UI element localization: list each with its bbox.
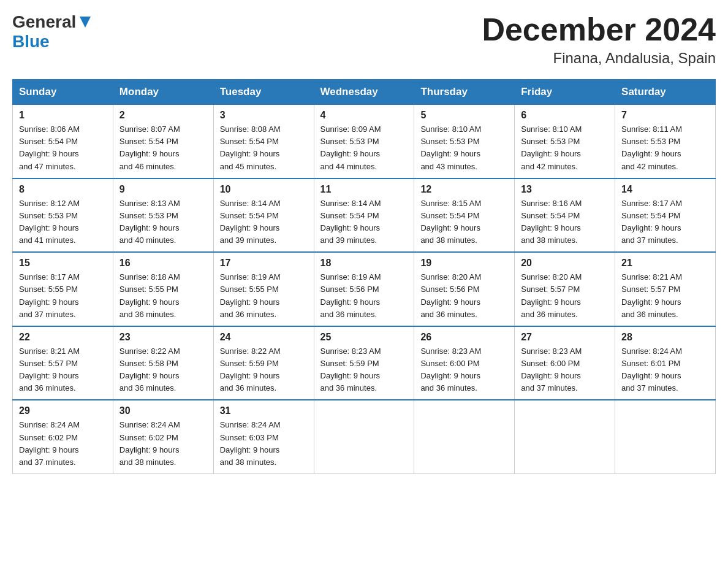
day-number: 30 — [119, 405, 207, 416]
weekday-header-saturday: Saturday — [615, 80, 716, 105]
calendar-week-row: 15 Sunrise: 8:17 AM Sunset: 5:55 PM Dayl… — [13, 252, 716, 326]
weekday-header-thursday: Thursday — [414, 80, 515, 105]
day-number: 22 — [19, 332, 107, 343]
calendar-cell: 15 Sunrise: 8:17 AM Sunset: 5:55 PM Dayl… — [13, 252, 113, 326]
calendar-cell: 3 Sunrise: 8:08 AM Sunset: 5:54 PM Dayli… — [213, 105, 314, 178]
calendar-week-row: 1 Sunrise: 8:06 AM Sunset: 5:54 PM Dayli… — [13, 105, 716, 178]
title-block: December 2024 Finana, Andalusia, Spain — [482, 12, 716, 67]
calendar-cell: 25 Sunrise: 8:23 AM Sunset: 5:59 PM Dayl… — [314, 326, 414, 400]
day-info: Sunrise: 8:17 AM Sunset: 5:55 PM Dayligh… — [19, 271, 107, 321]
calendar-cell: 11 Sunrise: 8:14 AM Sunset: 5:54 PM Dayl… — [314, 178, 414, 253]
calendar-cell: 28 Sunrise: 8:24 AM Sunset: 6:01 PM Dayl… — [615, 326, 716, 400]
calendar-cell: 13 Sunrise: 8:16 AM Sunset: 5:54 PM Dayl… — [515, 178, 615, 253]
day-number: 8 — [19, 184, 107, 195]
day-number: 19 — [420, 258, 508, 269]
day-info: Sunrise: 8:21 AM Sunset: 5:57 PM Dayligh… — [19, 345, 107, 395]
day-info: Sunrise: 8:13 AM Sunset: 5:53 PM Dayligh… — [119, 197, 207, 247]
day-number: 2 — [119, 110, 207, 121]
day-info: Sunrise: 8:24 AM Sunset: 6:02 PM Dayligh… — [19, 419, 107, 469]
day-info: Sunrise: 8:22 AM Sunset: 5:59 PM Dayligh… — [220, 345, 308, 395]
day-info: Sunrise: 8:17 AM Sunset: 5:54 PM Dayligh… — [621, 197, 709, 247]
logo: General Blue — [12, 12, 92, 52]
calendar-week-row: 22 Sunrise: 8:21 AM Sunset: 5:57 PM Dayl… — [13, 326, 716, 400]
day-info: Sunrise: 8:14 AM Sunset: 5:54 PM Dayligh… — [220, 197, 308, 247]
day-info: Sunrise: 8:24 AM Sunset: 6:01 PM Dayligh… — [621, 345, 709, 395]
calendar-cell — [515, 400, 615, 473]
day-info: Sunrise: 8:09 AM Sunset: 5:53 PM Dayligh… — [320, 123, 408, 173]
calendar-cell: 24 Sunrise: 8:22 AM Sunset: 5:59 PM Dayl… — [213, 326, 314, 400]
day-number: 17 — [220, 258, 308, 269]
calendar-cell — [414, 400, 515, 473]
day-number: 9 — [119, 184, 207, 195]
day-number: 21 — [621, 258, 709, 269]
logo-blue-text: Blue — [12, 32, 50, 51]
weekday-header-tuesday: Tuesday — [213, 80, 314, 105]
day-info: Sunrise: 8:23 AM Sunset: 6:00 PM Dayligh… — [521, 345, 609, 395]
weekday-header-row: SundayMondayTuesdayWednesdayThursdayFrid… — [13, 80, 716, 105]
day-info: Sunrise: 8:07 AM Sunset: 5:54 PM Dayligh… — [119, 123, 207, 173]
calendar-cell: 10 Sunrise: 8:14 AM Sunset: 5:54 PM Dayl… — [213, 178, 314, 253]
day-number: 28 — [621, 332, 709, 343]
calendar-cell: 31 Sunrise: 8:24 AM Sunset: 6:03 PM Dayl… — [213, 400, 314, 473]
day-number: 23 — [119, 332, 207, 343]
day-number: 24 — [220, 332, 308, 343]
day-number: 27 — [521, 332, 609, 343]
calendar-cell: 9 Sunrise: 8:13 AM Sunset: 5:53 PM Dayli… — [113, 178, 213, 253]
calendar-cell: 21 Sunrise: 8:21 AM Sunset: 5:57 PM Dayl… — [615, 252, 716, 326]
day-number: 13 — [521, 184, 609, 195]
day-number: 29 — [19, 405, 107, 416]
day-number: 5 — [420, 110, 508, 121]
day-info: Sunrise: 8:24 AM Sunset: 6:03 PM Dayligh… — [220, 419, 308, 469]
month-title: December 2024 — [482, 12, 716, 47]
weekday-header-friday: Friday — [515, 80, 615, 105]
day-info: Sunrise: 8:14 AM Sunset: 5:54 PM Dayligh… — [320, 197, 408, 247]
calendar-cell — [314, 400, 414, 473]
calendar-cell: 4 Sunrise: 8:09 AM Sunset: 5:53 PM Dayli… — [314, 105, 414, 178]
day-number: 18 — [320, 258, 408, 269]
day-number: 10 — [220, 184, 308, 195]
day-info: Sunrise: 8:10 AM Sunset: 5:53 PM Dayligh… — [420, 123, 508, 173]
day-info: Sunrise: 8:06 AM Sunset: 5:54 PM Dayligh… — [19, 123, 107, 173]
day-number: 26 — [420, 332, 508, 343]
day-info: Sunrise: 8:11 AM Sunset: 5:53 PM Dayligh… — [621, 123, 709, 173]
day-number: 11 — [320, 184, 408, 195]
calendar-cell: 29 Sunrise: 8:24 AM Sunset: 6:02 PM Dayl… — [13, 400, 113, 473]
day-number: 20 — [521, 258, 609, 269]
day-info: Sunrise: 8:19 AM Sunset: 5:55 PM Dayligh… — [220, 271, 308, 321]
day-info: Sunrise: 8:23 AM Sunset: 6:00 PM Dayligh… — [420, 345, 508, 395]
day-number: 7 — [621, 110, 709, 121]
calendar-cell: 23 Sunrise: 8:22 AM Sunset: 5:58 PM Dayl… — [113, 326, 213, 400]
day-info: Sunrise: 8:08 AM Sunset: 5:54 PM Dayligh… — [220, 123, 308, 173]
day-number: 14 — [621, 184, 709, 195]
calendar-cell: 19 Sunrise: 8:20 AM Sunset: 5:56 PM Dayl… — [414, 252, 515, 326]
day-info: Sunrise: 8:23 AM Sunset: 5:59 PM Dayligh… — [320, 345, 408, 395]
day-info: Sunrise: 8:20 AM Sunset: 5:56 PM Dayligh… — [420, 271, 508, 321]
day-number: 4 — [320, 110, 408, 121]
calendar-cell: 27 Sunrise: 8:23 AM Sunset: 6:00 PM Dayl… — [515, 326, 615, 400]
calendar-cell: 12 Sunrise: 8:15 AM Sunset: 5:54 PM Dayl… — [414, 178, 515, 253]
calendar-cell: 22 Sunrise: 8:21 AM Sunset: 5:57 PM Dayl… — [13, 326, 113, 400]
logo-general-text: General — [12, 12, 76, 32]
day-info: Sunrise: 8:12 AM Sunset: 5:53 PM Dayligh… — [19, 197, 107, 247]
day-info: Sunrise: 8:18 AM Sunset: 5:55 PM Dayligh… — [119, 271, 207, 321]
calendar-week-row: 29 Sunrise: 8:24 AM Sunset: 6:02 PM Dayl… — [13, 400, 716, 473]
calendar-cell: 16 Sunrise: 8:18 AM Sunset: 5:55 PM Dayl… — [113, 252, 213, 326]
day-number: 3 — [220, 110, 308, 121]
weekday-header-wednesday: Wednesday — [314, 80, 414, 105]
day-info: Sunrise: 8:21 AM Sunset: 5:57 PM Dayligh… — [621, 271, 709, 321]
day-number: 6 — [521, 110, 609, 121]
calendar-cell: 7 Sunrise: 8:11 AM Sunset: 5:53 PM Dayli… — [615, 105, 716, 178]
day-info: Sunrise: 8:20 AM Sunset: 5:57 PM Dayligh… — [521, 271, 609, 321]
calendar-cell: 30 Sunrise: 8:24 AM Sunset: 6:02 PM Dayl… — [113, 400, 213, 473]
calendar-cell: 26 Sunrise: 8:23 AM Sunset: 6:00 PM Dayl… — [414, 326, 515, 400]
calendar-week-row: 8 Sunrise: 8:12 AM Sunset: 5:53 PM Dayli… — [13, 178, 716, 253]
page-header: General Blue December 2024 Finana, Andal… — [12, 12, 716, 67]
calendar-cell: 6 Sunrise: 8:10 AM Sunset: 5:53 PM Dayli… — [515, 105, 615, 178]
day-info: Sunrise: 8:24 AM Sunset: 6:02 PM Dayligh… — [119, 419, 207, 469]
day-number: 16 — [119, 258, 207, 269]
calendar-cell: 1 Sunrise: 8:06 AM Sunset: 5:54 PM Dayli… — [13, 105, 113, 178]
weekday-header-monday: Monday — [113, 80, 213, 105]
day-number: 15 — [19, 258, 107, 269]
calendar-table: SundayMondayTuesdayWednesdayThursdayFrid… — [12, 79, 716, 474]
day-info: Sunrise: 8:10 AM Sunset: 5:53 PM Dayligh… — [521, 123, 609, 173]
